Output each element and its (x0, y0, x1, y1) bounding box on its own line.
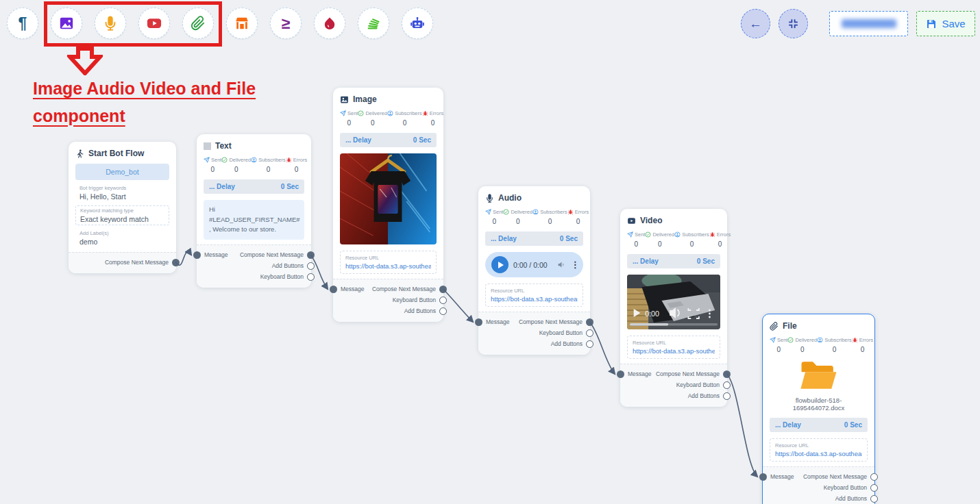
output-port-compose-next-message[interactable]: Compose Next Message (519, 318, 593, 326)
port-dot[interactable] (330, 286, 337, 293)
file-preview[interactable]: flowbuilder-518-1695464072.docx (770, 360, 868, 412)
image-preview[interactable] (340, 153, 437, 244)
audio-player[interactable]: 0:00 / 0:00 ⋮ (485, 252, 583, 277)
output-port-add-buttons[interactable]: Add Buttons (404, 307, 447, 315)
port-dot[interactable] (870, 473, 878, 481)
resource-url-link[interactable]: https://bot-data.s3.ap-southeast-1.wasab… (491, 295, 578, 303)
node-audio[interactable]: Audio Sent0 Delivered0 Subscribers0 Erro… (478, 186, 590, 355)
port-dot[interactable] (307, 273, 315, 281)
delay-setting[interactable]: ... Delay0 Sec (204, 179, 304, 194)
output-port-keyboard-button[interactable]: Keyboard Button (539, 329, 593, 337)
field-keyword-matching-type[interactable]: Keyword matching type Exact keyword matc… (75, 205, 169, 225)
subscribers-icon (251, 157, 257, 163)
port-dot[interactable] (172, 259, 180, 266)
input-port-message[interactable]: Message (330, 286, 365, 293)
drip-component-button[interactable] (314, 8, 345, 39)
message-text[interactable]: Hi #LEAD_USER_FIRST_NAME# , Welcome to o… (204, 200, 304, 240)
output-port-keyboard-button[interactable]: Keyboard Button (260, 273, 315, 281)
output-port-add-buttons[interactable]: Add Buttons (835, 495, 878, 503)
video-player[interactable]: 0:00 (627, 275, 720, 329)
port-dot[interactable] (307, 251, 315, 259)
annotation-text: Image Audio Video and File component (33, 75, 290, 129)
node-image[interactable]: Image Sent0 Delivered0 Subscribers0 Erro… (333, 88, 443, 322)
annotation-down-arrow-icon (67, 47, 103, 78)
delay-setting[interactable]: ... Delay0 Sec (770, 418, 868, 432)
kebab-menu-icon[interactable]: ⋮ (571, 260, 580, 269)
bot-component-button[interactable] (402, 8, 433, 39)
input-port-message[interactable]: Message (475, 318, 510, 326)
port-dot[interactable] (307, 262, 315, 270)
port-dot[interactable] (193, 251, 201, 259)
stats-row: Sent0 Delivered0 Subscribers0 Errors0 (485, 209, 583, 225)
port-dot[interactable] (586, 318, 593, 326)
delivered-icon (787, 337, 794, 343)
resource-url-link[interactable]: https://bot-data.s3.ap-southeast-1.wasab… (345, 262, 431, 270)
port-dot[interactable] (617, 370, 624, 378)
output-port-add-buttons[interactable]: Add Buttons (272, 262, 315, 270)
sequence-component-button[interactable] (358, 8, 389, 39)
port-dot[interactable] (586, 340, 593, 348)
input-port-message[interactable]: Message (193, 251, 228, 259)
port-dot[interactable] (870, 484, 878, 492)
input-port-message[interactable]: Message (759, 473, 794, 481)
output-port-compose-next-message[interactable]: Compose Next Message (372, 286, 447, 293)
port-dot[interactable] (759, 473, 767, 481)
port-dot[interactable] (586, 329, 593, 337)
ecommerce-component-button[interactable] (226, 8, 258, 39)
delay-setting[interactable]: ... Delay0 Sec (627, 254, 720, 268)
port-dot[interactable] (723, 381, 731, 389)
output-port-keyboard-button[interactable]: Keyboard Button (676, 381, 731, 389)
field-bot-trigger-keywords[interactable]: Bot trigger keywords Hi, Hello, Start (75, 184, 169, 202)
field-add-labels[interactable]: Add Label(s) demo (75, 229, 169, 247)
text-component-button[interactable]: ¶ (7, 8, 38, 39)
play-icon (498, 262, 504, 268)
output-port-keyboard-button[interactable]: Keyboard Button (393, 297, 447, 304)
fit-view-button[interactable] (779, 9, 808, 38)
output-port-compose-next-message[interactable]: Compose Next Message (105, 259, 180, 266)
node-text[interactable]: Text Sent0 Delivered0 Subscribers0 Error… (197, 134, 311, 288)
condition-component-button[interactable]: ≥ (270, 8, 302, 39)
port-dot[interactable] (439, 307, 447, 315)
volume-icon[interactable] (557, 260, 566, 269)
sent-icon (627, 231, 633, 238)
kebab-menu-icon (709, 310, 711, 318)
save-button[interactable]: Save (916, 11, 975, 36)
paperclip-icon (770, 322, 779, 331)
resource-url-box[interactable]: Resource URL https://bot-data.s3.ap-sout… (340, 251, 437, 274)
sent-icon (485, 209, 491, 215)
output-port-compose-next-message[interactable]: Compose Next Message (656, 370, 731, 378)
node-start-bot-flow[interactable]: Start Bot Flow Demo_bot Bot trigger keyw… (69, 142, 176, 273)
video-icon (627, 216, 636, 225)
port-dot[interactable] (870, 495, 878, 503)
output-port-add-buttons[interactable]: Add Buttons (551, 340, 593, 348)
output-port-keyboard-button[interactable]: Keyboard Button (824, 484, 878, 492)
delivered-icon (221, 157, 228, 163)
node-file[interactable]: File Sent0 Delivered0 Subscribers0 Error… (762, 314, 875, 504)
resource-url-box[interactable]: Resource URL https://bot-data.s3.ap-sout… (485, 284, 583, 307)
output-port-compose-next-message[interactable]: Compose Next Message (803, 473, 878, 481)
resource-url-box[interactable]: Resource URL https://bot-data.s3.ap-sout… (770, 438, 868, 462)
resource-url-box[interactable]: Resource URL https://bot-data.s3.ap-sout… (627, 336, 720, 359)
port-dot[interactable] (439, 286, 447, 293)
port-dot[interactable] (439, 297, 447, 304)
bot-name-pill[interactable]: Demo_bot (75, 164, 169, 180)
resource-url-link[interactable]: https://bot-data.s3.ap-southeast-1.wasab… (633, 347, 715, 355)
output-port-add-buttons[interactable]: Add Buttons (688, 392, 731, 400)
port-dot[interactable] (723, 392, 731, 400)
port-dot[interactable] (475, 318, 482, 326)
delay-setting[interactable]: ... Delay0 Sec (485, 231, 583, 246)
output-port-compose-next-message[interactable]: Compose Next Message (240, 251, 315, 259)
stats-row: Sent0 Delivered0 Subscribers0 Errors0 (204, 157, 304, 173)
save-label: Save (942, 18, 965, 29)
delay-setting[interactable]: ... Delay0 Sec (340, 133, 437, 147)
play-button[interactable] (491, 256, 509, 273)
audio-time: 0:00 / 0:00 (513, 261, 548, 269)
node-footer: Message Compose Next Message Keyboard Bu… (763, 466, 874, 504)
input-port-message[interactable]: Message (617, 370, 652, 378)
port-dot[interactable] (723, 370, 731, 378)
resource-url-link[interactable]: https://bot-data.s3.ap-southeast-1.wasab… (775, 450, 862, 457)
subscribers-icon (674, 231, 681, 238)
node-video[interactable]: Video Sent0 Delivered0 Subscribers0 Erro… (620, 209, 727, 407)
back-button[interactable]: ← (741, 9, 770, 38)
redacted-action-button[interactable] (829, 11, 908, 36)
